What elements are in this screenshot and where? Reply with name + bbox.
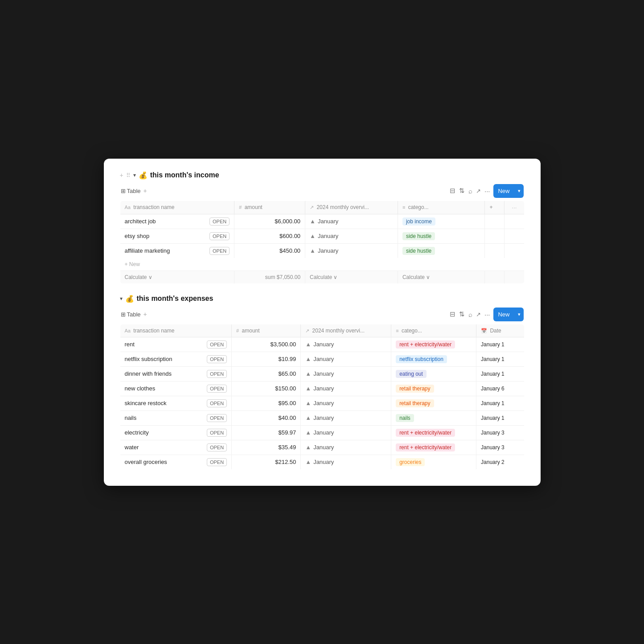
expenses-new-arrow[interactable]: ▾ — [515, 310, 524, 319]
exp-monthly-label: January — [313, 400, 334, 406]
income-new-arrow[interactable]: ▾ — [515, 186, 524, 196]
bar-chart-icon: ▲ — [310, 233, 316, 239]
exp-monthly-label: January — [313, 414, 334, 421]
expenses-open-btn[interactable]: OPEN — [207, 355, 227, 363]
expenses-table-icon[interactable]: ⊞ Table — [121, 311, 141, 318]
expenses-add-view-btn[interactable]: + — [144, 311, 147, 318]
income-toolbar: ⊞ Table + ⊟ ⇅ ⌕ ↗ ··· New ▾ — [120, 184, 525, 198]
expenses-table-row: netflix subscription OPEN $10.99 ▲ Janua… — [120, 352, 524, 366]
exp-monthly-label: January — [313, 385, 334, 392]
expenses-more-icon[interactable]: ··· — [484, 311, 490, 318]
expenses-search-icon[interactable]: ⌕ — [468, 311, 472, 318]
expenses-row-name-cell: skincare restock OPEN — [120, 396, 232, 410]
income-open-btn[interactable]: OPEN — [209, 247, 230, 255]
expenses-open-btn[interactable]: OPEN — [207, 458, 227, 466]
expenses-open-btn[interactable]: OPEN — [207, 429, 227, 437]
expenses-collapse-arrow[interactable]: ▾ — [120, 295, 123, 302]
expenses-open-btn[interactable]: OPEN — [207, 340, 227, 349]
income-row-name: etsy shop — [125, 233, 150, 239]
income-share-icon[interactable]: ↗ — [476, 188, 481, 194]
expenses-row-name-cell: nails OPEN — [120, 410, 232, 425]
plus-icon[interactable]: + — [120, 172, 123, 179]
expenses-row-name-cell: dinner with friends OPEN — [120, 366, 232, 381]
expenses-row-category: eating out — [391, 366, 476, 381]
expenses-open-btn[interactable]: OPEN — [207, 414, 227, 422]
expenses-section-title: this month's expenses — [137, 295, 213, 303]
expenses-row-monthly: ▲ January — [301, 366, 391, 381]
income-toolbar-left: ⊞ Table + — [121, 187, 147, 194]
expenses-row-name: water — [125, 444, 139, 451]
hash-icon: # — [239, 205, 242, 210]
income-new-button[interactable]: New ▾ — [493, 184, 523, 198]
expenses-row-category: retail therapy — [391, 381, 476, 396]
expenses-table-row: electricity OPEN $59.97 ▲ January rent +… — [120, 425, 524, 440]
expenses-row-monthly: ▲ January — [301, 381, 391, 396]
income-calculate-btn-1[interactable]: Calculate ∨ — [125, 274, 152, 280]
expenses-sort-icon[interactable]: ⇅ — [459, 310, 465, 318]
expenses-share-icon[interactable]: ↗ — [476, 311, 481, 318]
income-table-row: etsy shop OPEN $600.00 ▲ January side hu… — [120, 229, 524, 243]
expenses-toolbar-right: ⊟ ⇅ ⌕ ↗ ··· New ▾ — [450, 308, 524, 321]
income-open-btn[interactable]: OPEN — [209, 232, 230, 240]
income-section-header: + ⠿ ▾ 💰 this month's income — [120, 171, 525, 180]
income-row-amount: $450.00 — [234, 243, 305, 258]
expenses-row-name: new clothes — [125, 385, 156, 392]
income-table-icon[interactable]: ⊞ Table — [121, 188, 141, 194]
expenses-row-name: electricity — [125, 429, 149, 436]
income-emoji: 💰 — [139, 171, 148, 180]
expenses-filter-icon[interactable]: ⊟ — [450, 310, 455, 318]
income-calculate-btn-2[interactable]: Calculate ∨ — [310, 274, 337, 280]
expenses-open-btn[interactable]: OPEN — [207, 385, 227, 393]
income-col-more[interactable]: ··· — [505, 201, 524, 214]
expenses-open-btn[interactable]: OPEN — [207, 370, 227, 378]
income-row-name: affiliate marketing — [125, 247, 170, 254]
income-sum: sum $7,050.00 — [234, 271, 305, 283]
expenses-category-badge: netflix subscription — [396, 355, 447, 363]
income-row-name-cell: affiliate marketing OPEN — [120, 243, 234, 258]
income-calc-left[interactable]: Calculate ∨ — [120, 271, 234, 283]
expenses-open-btn[interactable]: OPEN — [207, 399, 227, 407]
income-more-icon[interactable]: ··· — [484, 187, 490, 195]
income-add-view-btn[interactable]: + — [144, 187, 147, 194]
expenses-row-amount: $150.00 — [232, 381, 301, 396]
income-search-icon[interactable]: ⌕ — [468, 187, 472, 195]
expenses-table-row: new clothes OPEN $150.00 ▲ January retai… — [120, 381, 524, 396]
income-sort-icon[interactable]: ⇅ — [459, 187, 465, 195]
expenses-open-btn[interactable]: OPEN — [207, 443, 227, 451]
expenses-row-date: January 2 — [476, 455, 524, 469]
expenses-row-name: netflix subscription — [125, 356, 172, 362]
exp-bar-chart-icon: ▲ — [305, 356, 311, 362]
expenses-new-button[interactable]: New ▾ — [493, 308, 523, 321]
list-icon: ≡ — [402, 205, 405, 210]
income-calc-mid[interactable]: Calculate ∨ — [305, 271, 398, 283]
expenses-table-row: water OPEN $35.49 ▲ January rent + elect… — [120, 440, 524, 455]
income-calc-right[interactable]: Calculate ∨ — [398, 271, 485, 283]
expenses-row-monthly: ▲ January — [301, 455, 391, 469]
income-category-badge: side hustle — [402, 232, 435, 240]
expenses-row-name-cell: netflix subscription OPEN — [120, 352, 232, 366]
income-filter-icon[interactable]: ⊟ — [450, 187, 455, 195]
income-row-amount: $600.00 — [234, 229, 305, 243]
table-grid-icon: ⊞ — [121, 188, 126, 194]
expenses-row-name-cell: electricity OPEN — [120, 425, 232, 440]
income-open-btn[interactable]: OPEN — [209, 217, 230, 226]
income-row-col6 — [505, 229, 524, 243]
income-new-row-label[interactable]: + New — [120, 258, 524, 271]
income-collapse-arrow[interactable]: ▾ — [133, 172, 136, 178]
expenses-row-monthly: ▲ January — [301, 352, 391, 366]
income-col-add[interactable]: + — [485, 201, 505, 214]
income-table: Aa transaction name # amount ↗ 2024 mont… — [120, 201, 525, 284]
expenses-row-name: skincare restock — [125, 400, 167, 406]
expenses-row-category: rent + electricity/water — [391, 440, 476, 455]
income-calculate-btn-3[interactable]: Calculate ∨ — [402, 274, 430, 280]
exp-monthly-label: January — [313, 444, 334, 451]
income-row-monthly: ▲ January — [305, 214, 398, 229]
income-row-category: side hustle — [398, 243, 485, 258]
income-row-name-cell: architect job OPEN — [120, 214, 234, 229]
expenses-table-row: overall groceries OPEN $212.50 ▲ January… — [120, 455, 524, 469]
exp-bar-chart-icon: ▲ — [305, 385, 311, 392]
exp-bar-chart-icon: ▲ — [305, 341, 311, 348]
expenses-category-badge: groceries — [396, 458, 425, 466]
income-new-row[interactable]: + New — [120, 258, 524, 271]
drag-handle-icon[interactable]: ⠿ — [126, 172, 131, 179]
